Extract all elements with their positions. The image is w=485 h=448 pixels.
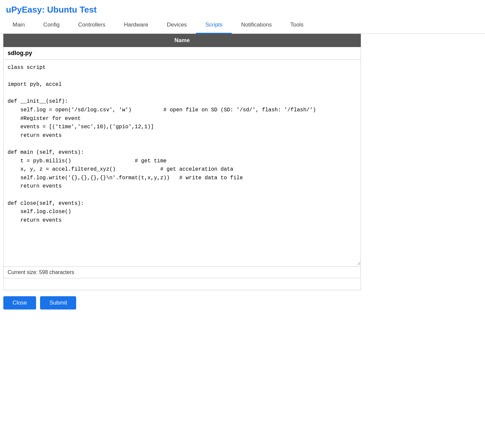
nav-item-tools[interactable]: Tools	[281, 17, 313, 34]
extra-input[interactable]	[8, 280, 357, 286]
nav-bar: Main Config Controllers Hardware Devices…	[0, 17, 485, 34]
nav-item-devices[interactable]: Devices	[158, 17, 196, 34]
nav-item-notifications[interactable]: Notifications	[232, 17, 281, 34]
nav-item-hardware[interactable]: Hardware	[115, 17, 158, 34]
close-button[interactable]: Close	[3, 296, 36, 309]
input-row	[3, 278, 361, 290]
code-textarea[interactable]	[4, 60, 361, 265]
file-name-row: sdlog.py	[3, 47, 361, 60]
button-row: Close Submit	[3, 290, 361, 313]
nav-item-scripts[interactable]: Scripts	[196, 17, 232, 34]
resize-handle: ⋰	[356, 262, 359, 265]
nav-item-config[interactable]: Config	[34, 17, 69, 34]
nav-item-main[interactable]: Main	[3, 17, 34, 34]
status-bar: Current size: 598 characters	[3, 267, 361, 278]
submit-button[interactable]: Submit	[40, 296, 76, 309]
table-header: Name	[3, 34, 361, 47]
nav-item-controllers[interactable]: Controllers	[69, 17, 115, 34]
code-editor: ⋰	[3, 60, 361, 267]
app-title: uPyEasy: Ubuntu Test	[0, 0, 485, 17]
content-area: Name sdlog.py ⋰ Current size: 598 charac…	[0, 34, 485, 317]
